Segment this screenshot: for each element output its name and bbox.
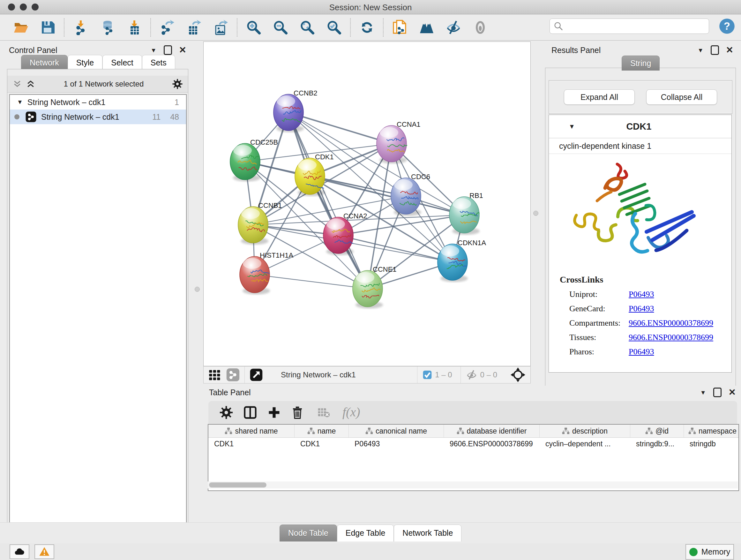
show-columns-icon[interactable] [243,405,258,420]
node-RB1[interactable]: RB1 [449,192,483,235]
hidden-eye-icon[interactable] [466,369,478,380]
close-panel-icon[interactable]: ✕ [179,46,186,55]
tree-expander-icon[interactable]: ▼ [17,99,23,106]
tab-edge-table[interactable]: Edge Table [337,524,394,542]
svg-text:f(x): f(x) [342,405,360,419]
collection-count: 1 [175,98,179,107]
edge-HIST1H1A-CCNE1[interactable] [255,274,367,289]
table-row[interactable]: CDK1CDK1P064939606.ENSP00000378699cyclin… [208,438,738,450]
crosslink-link[interactable]: 9606.ENSP00000378699 [629,318,713,327]
tab-string[interactable]: String [622,56,660,71]
node-label: CDC25B [250,138,278,146]
table-horizontal-scrollbar[interactable] [208,482,738,489]
node-CDK1[interactable]: CDK1 [295,153,334,196]
crosslink-link[interactable]: P06493 [629,347,654,356]
export-network-icon[interactable] [159,20,175,35]
gene-expander-icon[interactable]: ▼ [569,123,575,130]
network-panel-body: 1 of 1 Network selected ▼ String Network… [7,69,188,530]
edge-CCNB2-CCNE1[interactable] [288,112,367,289]
node-HIST1H1A[interactable]: HIST1H1A [240,251,293,294]
network-view-icon[interactable] [226,368,240,382]
column-header-sharedname[interactable]: shared name [208,425,294,437]
tab-network-table[interactable]: Network Table [394,524,461,542]
function-builder-icon[interactable]: f(x) [341,405,365,420]
column-header-canonicalname[interactable]: canonical name [349,425,444,437]
expand-all-networks-icon[interactable] [26,79,36,89]
tab-sets[interactable]: Sets [142,55,175,70]
node-CDC25B[interactable]: CDC25B [230,138,278,181]
collapse-all-button[interactable]: Collapse All [646,89,717,105]
edge-CCNA2-CDKN1A[interactable] [338,235,453,262]
float-table-icon[interactable] [713,388,722,397]
float-results-icon[interactable] [711,45,719,55]
node-CDKN1A[interactable]: CDKN1A [437,239,486,282]
collapse-panel-icon[interactable]: ▼ [151,47,157,53]
import-network-file-icon[interactable] [73,20,88,35]
network-canvas[interactable]: CCNB2CCNA1CDC25BCDK1CDC6RB1CCNB1CCNA2CDK… [203,42,531,366]
memory-button[interactable]: Memory [685,544,734,560]
cloud-status-button[interactable] [10,544,29,559]
collapse-results-icon[interactable]: ▼ [697,47,704,53]
save-session-icon[interactable] [40,20,56,35]
hide-selected-icon[interactable] [446,20,461,35]
apply-layout-icon[interactable] [359,20,375,35]
tab-network[interactable]: Network [21,55,68,70]
add-column-icon[interactable] [267,406,281,420]
search-input[interactable] [564,21,705,31]
right-splitter-handle[interactable] [533,211,538,216]
close-results-icon[interactable]: ✕ [726,46,733,55]
node-CCNA1[interactable]: CCNA1 [377,120,421,164]
open-session-icon[interactable] [13,20,29,35]
node-CDC6[interactable]: CDC6 [391,173,430,216]
delete-table-icon[interactable] [316,406,332,419]
crosslink-link[interactable]: P06493 [629,290,654,299]
export-table-icon[interactable] [186,20,202,35]
birdseye-icon[interactable] [511,368,525,382]
checkbox-checked-icon[interactable] [422,370,432,380]
open-in-new-window-icon[interactable] [250,368,263,381]
help-icon[interactable]: ? [719,18,735,35]
table-cell: stringdb:9... [630,438,684,450]
collapse-all-networks-icon[interactable] [12,79,22,89]
show-all-icon[interactable] [473,20,488,35]
column-header-databaseidentifier[interactable]: database identifier [444,425,540,437]
grid-view-icon[interactable] [208,368,221,381]
zoom-in-icon[interactable] [246,20,261,35]
column-header-id[interactable]: @id [630,425,684,437]
edge-CDK1-RB1[interactable] [310,176,464,215]
zoom-selected-icon[interactable] [327,20,342,35]
table-panel-title: Table Panel [209,388,251,397]
delete-column-icon[interactable] [291,405,304,420]
edge-CCNB2-CCNA1[interactable] [288,112,392,144]
export-image-icon[interactable] [213,20,228,35]
table-settings-icon[interactable] [219,406,233,420]
close-table-icon[interactable]: ✕ [729,388,736,397]
zoom-fit-icon[interactable] [300,20,315,35]
tab-node-table[interactable]: Node Table [280,524,337,542]
column-header-description[interactable]: description [540,425,630,437]
import-table-icon[interactable] [127,20,142,35]
column-header-namespace[interactable]: namespace [684,425,739,437]
network-options-gear-icon[interactable] [172,78,183,89]
tab-style[interactable]: Style [68,55,103,70]
warnings-button[interactable] [35,544,54,559]
first-neighbors-icon[interactable] [419,20,434,35]
left-splitter-handle[interactable] [195,287,200,292]
import-network-database-icon[interactable] [100,20,115,35]
tab-select[interactable]: Select [103,55,142,70]
crosslink-link[interactable]: P06493 [629,304,654,313]
node-table[interactable]: shared namenamecanonical namedatabase id… [208,424,739,491]
collapse-table-icon[interactable]: ▼ [700,389,706,395]
network-collection-row[interactable]: ▼ String Network – cdk1 1 [10,95,186,110]
column-header-name[interactable]: name [294,425,349,437]
network-row-selected[interactable]: String Network – cdk1 11 48 [10,110,186,124]
clone-network-icon[interactable] [392,20,408,35]
scrollbar-thumb[interactable] [209,482,266,488]
search-box[interactable] [549,18,709,34]
expand-all-button[interactable]: Expand All [564,89,635,105]
toolbar-separator [64,18,65,37]
crosslink-link[interactable]: 9606.ENSP00000378699 [629,333,713,342]
crosslink-row: Pharos:P06493 [569,347,731,357]
float-panel-icon[interactable] [164,45,172,55]
zoom-out-icon[interactable] [273,20,288,35]
